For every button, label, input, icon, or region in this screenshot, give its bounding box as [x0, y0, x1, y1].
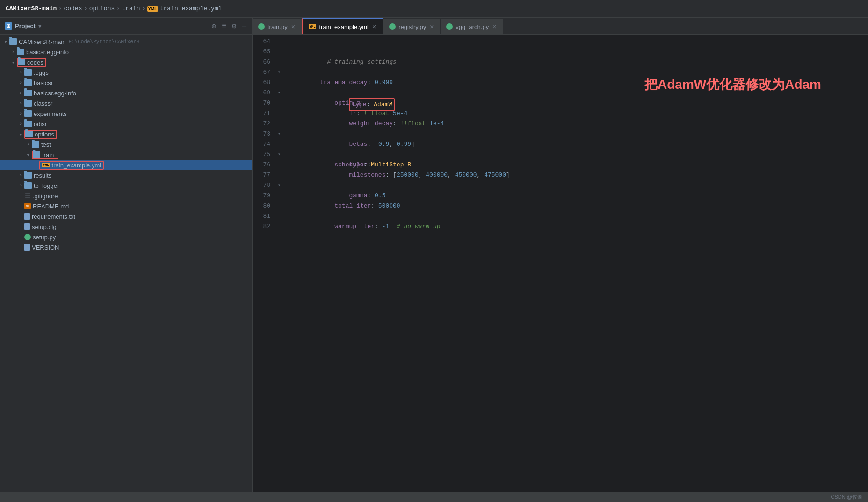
- code-line-72: ▾ betas: [0.9, 0.99]: [283, 119, 868, 129]
- code-line-76: milestones: [250000, 400000, 450000, 475…: [283, 160, 868, 170]
- file-icon: [24, 213, 30, 220]
- code-line-70: lr: !!float 5e-4: [283, 98, 868, 108]
- code-line-75: type: MultiStepLR: [283, 150, 868, 160]
- tree-item-eggs[interactable]: › .eggs: [0, 67, 252, 78]
- breadcrumb-sep-2: ›: [84, 6, 87, 12]
- tab-registry-py[interactable]: registry.py ×: [383, 19, 441, 34]
- tree-item-odisr[interactable]: › odisr: [0, 119, 252, 129]
- tree-item-experiments[interactable]: › experiments: [0, 108, 252, 119]
- folder-icon: [24, 172, 32, 179]
- breadcrumb-train[interactable]: train: [122, 5, 140, 12]
- tree-item-setup-cfg[interactable]: › setup.cfg: [0, 222, 252, 232]
- tab-bar: train.py × YML train_example.yml × regis…: [253, 18, 868, 35]
- code-line-74: ▾ scheduler:: [283, 139, 868, 150]
- code-line-78: [283, 180, 868, 191]
- dropdown-arrow-icon[interactable]: ▾: [38, 23, 41, 29]
- tree-item-train-folder[interactable]: ▾ train: [0, 150, 252, 160]
- arrow-icon: ›: [9, 49, 17, 55]
- tree-item-results[interactable]: › results: [0, 170, 252, 180]
- tree-label: setup.cfg: [32, 223, 57, 230]
- breadcrumb-options[interactable]: options: [89, 5, 115, 12]
- line-num-72: 72: [253, 119, 276, 129]
- tree-item-basicsr-egg[interactable]: › basicsr.egg-info: [0, 47, 252, 57]
- fold-icon: ▾: [278, 67, 281, 78]
- sidebar-title-label: Project: [15, 22, 36, 29]
- tree-item-test[interactable]: › test: [0, 139, 252, 150]
- collapse-all-icon[interactable]: ≡: [221, 22, 227, 30]
- tree-label: requirements.txt: [32, 213, 75, 220]
- add-icon[interactable]: ⊕: [211, 22, 217, 31]
- code-editor[interactable]: # training settings ▾ train: ema_decay: …: [276, 35, 868, 492]
- tree-item-codes[interactable]: ▾ codes: [0, 57, 252, 67]
- tree-label: classsr: [34, 100, 52, 107]
- line-num-69: 69: [253, 88, 276, 98]
- tree-label: .gitignore: [33, 193, 58, 200]
- tab-close-icon[interactable]: ×: [492, 23, 497, 30]
- tab-vgg-arch-py[interactable]: vgg_arch.py ×: [441, 19, 503, 34]
- fold-icon: ▾: [278, 180, 281, 191]
- tree-label: test: [41, 141, 51, 148]
- breadcrumb-sep-1: ›: [58, 6, 62, 12]
- arrow-icon: ▾: [2, 39, 9, 45]
- file-icon-md: MD: [24, 203, 31, 209]
- tree-item-root[interactable]: ▾ CAMixerSR-main F:\Code\Python\CAMixerS: [0, 36, 252, 47]
- tree-item-basicsr-egg-info[interactable]: › basicsr.egg-info: [0, 88, 252, 98]
- code-line-67: ema_decay: 0.999: [283, 67, 868, 78]
- arrow-icon: ›: [17, 70, 24, 75]
- line-num-76: 76: [253, 160, 276, 170]
- editor-area: train.py × YML train_example.yml × regis…: [253, 18, 868, 492]
- arrow-icon: ›: [17, 183, 24, 188]
- settings-icon[interactable]: ⚙: [231, 22, 238, 31]
- arrow-icon: ›: [17, 172, 24, 178]
- python-icon: [258, 23, 265, 30]
- tree-label: README.md: [33, 203, 69, 210]
- breadcrumb: CAMixerSR-main › codes › options › train…: [6, 5, 222, 12]
- status-text: CSDN @佐酱: [831, 494, 862, 501]
- sidebar: ⊞ Project ▾ ⊕ ≡ ⚙ — ▾ CAMixerSR-main F:\…: [0, 18, 253, 492]
- breadcrumb-file[interactable]: YML train_example.yml: [147, 5, 222, 12]
- close-sidebar-icon[interactable]: —: [241, 22, 247, 30]
- folder-icon: [24, 90, 32, 96]
- sidebar-actions: ⊕ ≡ ⚙ —: [211, 22, 248, 31]
- line-num-70: 70: [253, 98, 276, 108]
- code-line-64: [283, 36, 868, 47]
- line-num-79: 79: [253, 191, 276, 201]
- arrow-icon: ›: [17, 111, 24, 116]
- line-num-78: 78: [253, 180, 276, 191]
- tree-label: odisr: [34, 121, 47, 128]
- line-num-75: 75: [253, 150, 276, 160]
- tab-train-py[interactable]: train.py ×: [253, 19, 302, 34]
- tree-label: setup.py: [33, 234, 56, 241]
- yaml-badge-icon: YML: [147, 6, 158, 12]
- tab-close-icon[interactable]: ×: [429, 23, 434, 30]
- tab-close-icon[interactable]: ×: [371, 23, 377, 30]
- tree-item-readme[interactable]: › MD README.md: [0, 201, 252, 211]
- tree-label: basicsr: [34, 79, 53, 86]
- tree-item-classsr[interactable]: › classsr: [0, 98, 252, 108]
- arrow-expanded-icon: ▾: [9, 59, 17, 65]
- tree-label: train_example.yml: [52, 162, 101, 169]
- line-num-74: 74: [253, 139, 276, 150]
- tree-label: basicsr.egg-info: [34, 90, 76, 97]
- tab-train-example-yml[interactable]: YML train_example.yml ×: [302, 18, 383, 34]
- tree-item-tb-logger[interactable]: › tb_logger: [0, 180, 252, 191]
- breadcrumb-codes[interactable]: codes: [64, 5, 82, 12]
- breadcrumb-root[interactable]: CAMixerSR-main: [6, 5, 57, 12]
- arrow-expanded-icon: ▾: [24, 152, 32, 158]
- tree-item-setup-py[interactable]: › setup.py: [0, 232, 252, 242]
- arrow-icon: ›: [17, 121, 24, 127]
- breadcrumb-sep-3: ›: [116, 6, 120, 12]
- tree-item-requirements[interactable]: › requirements.txt: [0, 211, 252, 222]
- tree-item-version[interactable]: › VERSION: [0, 242, 252, 252]
- tree-item-train-example-yml[interactable]: › YML train_example.yml: [0, 160, 252, 170]
- tree-item-gitignore[interactable]: › ☰ .gitignore: [0, 191, 252, 201]
- tree-item-options[interactable]: ▾ options: [0, 129, 252, 139]
- code-line-82: [283, 222, 868, 232]
- code-line-79: total_iter: 500000: [283, 191, 868, 201]
- folder-icon: [24, 69, 32, 76]
- path-hint: F:\Code\Python\CAMixerS: [68, 39, 139, 44]
- tree-item-basicsr[interactable]: › basicsr: [0, 78, 252, 88]
- folder-icon: [24, 100, 32, 107]
- python-icon: [389, 23, 396, 30]
- tab-close-icon[interactable]: ×: [290, 23, 296, 30]
